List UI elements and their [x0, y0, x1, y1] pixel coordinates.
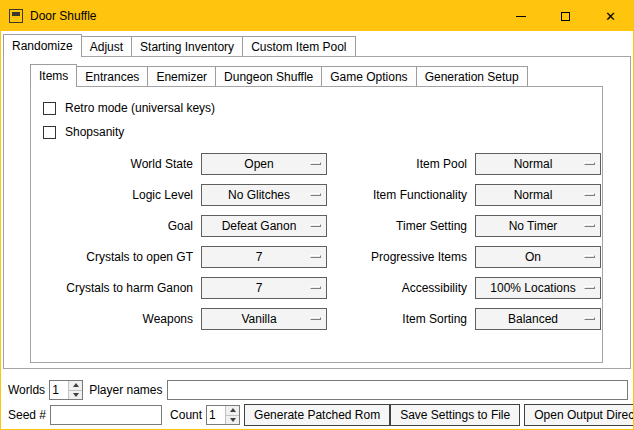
weapons-label: Weapons — [43, 308, 193, 330]
world-state-label: World State — [43, 153, 193, 175]
items-pane: Retro mode (universal keys) Shopsanity W… — [30, 86, 603, 363]
seed-input[interactable] — [50, 405, 162, 425]
item-pool-value: Normal — [514, 157, 563, 171]
item-functionality-label: Item Functionality — [335, 184, 467, 206]
dropdown-indicator-icon — [584, 162, 595, 165]
tab-dungeon-shuffle[interactable]: Dungeon Shuffle — [215, 66, 322, 86]
logic-level-label: Logic Level — [43, 184, 193, 206]
crystals-open-gt-dropdown[interactable]: 7 — [201, 246, 327, 268]
player-names-input[interactable] — [167, 380, 629, 400]
weapons-dropdown[interactable]: Vanilla — [201, 308, 327, 330]
count-label: Count — [170, 408, 202, 422]
shopsanity-label: Shopsanity — [65, 125, 124, 139]
progressive-items-label: Progressive Items — [335, 246, 467, 268]
bottom-controls: Worlds Player names Seed # Count — [1, 369, 633, 426]
shopsanity-checkbox[interactable] — [43, 126, 56, 139]
primary-tab-bar: Randomize Adjust Starting Inventory Cust… — [1, 31, 633, 56]
worlds-up-button[interactable] — [69, 381, 82, 390]
worlds-row: Worlds Player names — [8, 380, 628, 400]
dropdown-indicator-icon — [310, 255, 321, 258]
player-names-label: Player names — [89, 383, 162, 397]
seed-row: Seed # Count Generate Patched Rom Save S… — [8, 404, 628, 426]
accessibility-label: Accessibility — [335, 277, 467, 299]
timer-setting-dropdown[interactable]: No Timer — [475, 215, 601, 237]
count-down-button[interactable] — [226, 415, 239, 425]
logic-level-value: No Glitches — [228, 188, 300, 202]
worlds-spinner[interactable] — [49, 380, 83, 400]
item-sorting-label: Item Sorting — [335, 308, 467, 330]
open-output-directory-button[interactable]: Open Output Directory — [524, 404, 634, 426]
window-title: Door Shuffle — [30, 9, 97, 23]
close-button[interactable]: ✕ — [588, 1, 633, 31]
count-spinner-arrows — [225, 406, 239, 424]
tab-entrances[interactable]: Entrances — [76, 66, 148, 86]
dropdown-indicator-icon — [584, 286, 595, 289]
item-pool-label: Item Pool — [335, 153, 467, 175]
count-input[interactable] — [207, 406, 225, 424]
crystals-harm-ganon-label: Crystals to harm Ganon — [43, 277, 193, 299]
crystals-harm-ganon-dropdown[interactable]: 7 — [201, 277, 327, 299]
item-sorting-value: Balanced — [508, 312, 568, 326]
maximize-button[interactable] — [543, 1, 588, 31]
world-state-value: Open — [244, 157, 283, 171]
weapons-value: Vanilla — [241, 312, 286, 326]
crystals-open-gt-label: Crystals to open GT — [43, 246, 193, 268]
secondary-tab-bar: Items Entrances Enemizer Dungeon Shuffle… — [4, 62, 630, 86]
item-functionality-value: Normal — [514, 188, 563, 202]
item-pool-dropdown[interactable]: Normal — [475, 153, 601, 175]
close-icon: ✕ — [605, 10, 616, 23]
tab-game-options[interactable]: Game Options — [321, 66, 416, 86]
worlds-down-button[interactable] — [69, 390, 82, 400]
maximize-icon — [561, 12, 570, 21]
dropdown-indicator-icon — [310, 317, 321, 320]
up-arrow-icon — [230, 408, 236, 412]
dropdown-indicator-icon — [584, 193, 595, 196]
up-arrow-icon — [73, 383, 79, 387]
accessibility-dropdown[interactable]: 100% Locations — [475, 277, 601, 299]
app-icon — [9, 9, 23, 23]
logic-level-dropdown[interactable]: No Glitches — [201, 184, 327, 206]
crystals-open-gt-value: 7 — [256, 250, 273, 264]
crystals-harm-ganon-value: 7 — [256, 281, 273, 295]
dropdown-indicator-icon — [310, 193, 321, 196]
dropdown-indicator-icon — [584, 317, 595, 320]
goal-label: Goal — [43, 215, 193, 237]
randomize-pane: Items Entrances Enemizer Dungeon Shuffle… — [3, 56, 631, 369]
retro-mode-row[interactable]: Retro mode (universal keys) — [43, 96, 602, 120]
titlebar: Door Shuffle ✕ — [1, 1, 633, 31]
dropdown-indicator-icon — [310, 162, 321, 165]
item-functionality-dropdown[interactable]: Normal — [475, 184, 601, 206]
dropdown-indicator-icon — [584, 255, 595, 258]
tab-randomize[interactable]: Randomize — [3, 34, 82, 57]
count-up-button[interactable] — [226, 406, 239, 415]
generate-patched-rom-button[interactable]: Generate Patched Rom — [244, 404, 390, 426]
accessibility-value: 100% Locations — [490, 281, 585, 295]
goal-value: Defeat Ganon — [222, 219, 307, 233]
retro-mode-checkbox[interactable] — [43, 102, 56, 115]
tab-enemizer[interactable]: Enemizer — [147, 66, 216, 86]
count-spinner[interactable] — [206, 405, 240, 425]
shopsanity-row[interactable]: Shopsanity — [43, 120, 602, 144]
save-settings-button[interactable]: Save Settings to File — [390, 404, 520, 426]
down-arrow-icon — [73, 393, 79, 397]
tab-generation-setup[interactable]: Generation Setup — [416, 66, 528, 86]
minimize-icon — [516, 16, 526, 17]
goal-dropdown[interactable]: Defeat Ganon — [201, 215, 327, 237]
item-sorting-dropdown[interactable]: Balanced — [475, 308, 601, 330]
tab-adjust[interactable]: Adjust — [81, 36, 132, 56]
seed-label: Seed # — [8, 408, 46, 422]
minimize-button[interactable] — [498, 1, 543, 31]
settings-grid: World State Open Item Pool Normal Logic … — [43, 153, 602, 330]
progressive-items-dropdown[interactable]: On — [475, 246, 601, 268]
down-arrow-icon — [230, 418, 236, 422]
tab-items[interactable]: Items — [30, 64, 77, 87]
window-controls: ✕ — [498, 1, 633, 31]
worlds-spinner-arrows — [68, 381, 82, 399]
timer-setting-label: Timer Setting — [335, 215, 467, 237]
worlds-input[interactable] — [50, 381, 68, 399]
world-state-dropdown[interactable]: Open — [201, 153, 327, 175]
progressive-items-value: On — [525, 250, 551, 264]
tab-starting-inventory[interactable]: Starting Inventory — [131, 36, 243, 56]
tab-custom-item-pool[interactable]: Custom Item Pool — [242, 36, 355, 56]
worlds-label: Worlds — [8, 383, 45, 397]
